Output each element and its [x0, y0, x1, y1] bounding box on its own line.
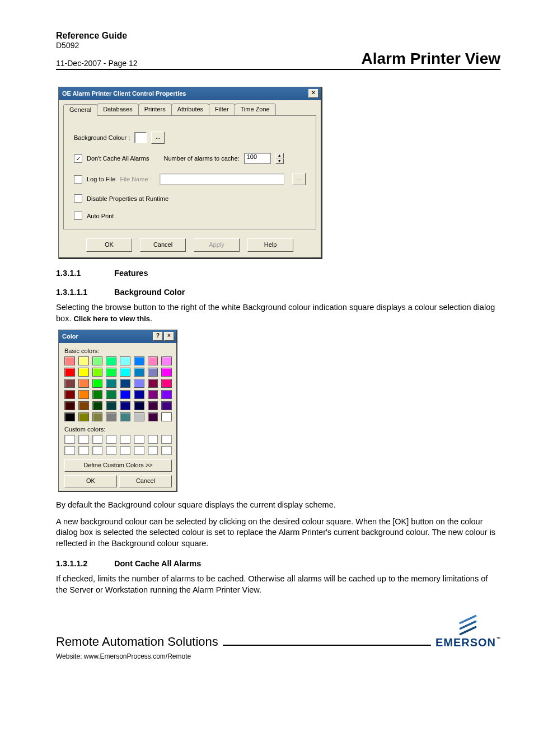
color-swatch[interactable]: [64, 412, 75, 421]
color-swatch[interactable]: [64, 390, 75, 399]
disable-props-checkbox[interactable]: [74, 194, 82, 203]
color-swatch[interactable]: [106, 379, 116, 388]
color-swatch[interactable]: [120, 412, 130, 421]
color-swatch[interactable]: [134, 379, 144, 388]
color-swatch[interactable]: [92, 356, 103, 365]
color-ok-button[interactable]: OK: [64, 475, 117, 487]
custom-color-swatch[interactable]: [134, 435, 144, 444]
color-swatch[interactable]: [161, 379, 172, 388]
color-swatch[interactable]: [148, 356, 158, 365]
emerson-logo: EMERSON™: [435, 618, 500, 649]
custom-color-swatch[interactable]: [92, 435, 103, 444]
tab-databases[interactable]: Databases: [97, 104, 139, 115]
num-alarms-input[interactable]: 100: [244, 153, 271, 164]
click-here-link[interactable]: Click here to view this: [73, 314, 150, 323]
color-swatch[interactable]: [134, 401, 144, 410]
color-swatch[interactable]: [120, 356, 130, 365]
color-swatch[interactable]: [161, 401, 172, 410]
dont-cache-checkbox[interactable]: ✓: [74, 154, 82, 163]
custom-color-swatch[interactable]: [148, 446, 158, 455]
color-swatch[interactable]: [92, 412, 103, 421]
color-swatch[interactable]: [148, 379, 158, 388]
color-swatch[interactable]: [64, 356, 75, 365]
ok-button[interactable]: OK: [86, 238, 132, 252]
custom-color-swatch[interactable]: [148, 435, 158, 444]
color-cancel-button[interactable]: Cancel: [119, 475, 172, 487]
color-swatch[interactable]: [92, 379, 103, 388]
dialog-titlebar[interactable]: OE Alarm Printer Client Control Properti…: [59, 87, 321, 100]
color-swatch[interactable]: [148, 412, 158, 421]
color-swatch[interactable]: [120, 390, 130, 399]
color-swatch[interactable]: [161, 368, 172, 377]
color-swatch[interactable]: [148, 390, 158, 399]
num-alarms-spinner[interactable]: ▲▼: [275, 153, 284, 164]
color-swatch[interactable]: [106, 390, 116, 399]
spin-up-icon[interactable]: ▲: [275, 153, 284, 158]
help-button[interactable]: Help: [247, 238, 293, 252]
bg-colour-label: Background Colour :: [74, 134, 130, 141]
help-icon[interactable]: ?: [153, 332, 163, 341]
apply-button[interactable]: Apply: [194, 238, 240, 252]
color-swatch[interactable]: [78, 412, 89, 421]
footer-website: Website: www.EmersonProcess.com/Remote: [56, 652, 500, 660]
color-swatch[interactable]: [78, 368, 89, 377]
tab-general[interactable]: General: [63, 104, 97, 116]
custom-color-swatch[interactable]: [120, 446, 130, 455]
color-swatch[interactable]: [106, 368, 116, 377]
color-swatch[interactable]: [134, 412, 144, 421]
color-swatch[interactable]: [134, 390, 144, 399]
custom-color-swatch[interactable]: [106, 435, 116, 444]
custom-color-swatch[interactable]: [161, 446, 172, 455]
color-swatch[interactable]: [78, 401, 89, 410]
color-swatch[interactable]: [106, 356, 116, 365]
color-swatch[interactable]: [148, 401, 158, 410]
custom-color-swatch[interactable]: [134, 446, 144, 455]
custom-color-swatch[interactable]: [78, 446, 89, 455]
ref-guide-label: Reference Guide: [56, 31, 500, 41]
color-swatch[interactable]: [134, 356, 144, 365]
color-swatch[interactable]: [120, 368, 130, 377]
color-dialog-title: Color: [62, 333, 78, 340]
color-swatch[interactable]: [64, 368, 75, 377]
color-swatch[interactable]: [78, 390, 89, 399]
color-swatch[interactable]: [92, 401, 103, 410]
define-custom-colors-button[interactable]: Define Custom Colors >>: [64, 459, 172, 472]
tab-filter[interactable]: Filter: [209, 104, 235, 115]
color-swatch[interactable]: [106, 401, 116, 410]
custom-color-swatch[interactable]: [92, 446, 103, 455]
log-to-file-checkbox[interactable]: [74, 175, 82, 184]
custom-color-swatch[interactable]: [161, 435, 172, 444]
color-swatch[interactable]: [161, 356, 172, 365]
color-swatch[interactable]: [64, 379, 75, 388]
color-swatch[interactable]: [78, 379, 89, 388]
file-name-input[interactable]: [160, 173, 284, 185]
color-swatch[interactable]: [106, 412, 116, 421]
auto-print-checkbox[interactable]: [74, 212, 82, 220]
file-browse-button[interactable]: ...: [292, 173, 306, 185]
basic-colors-label: Basic colors:: [64, 348, 172, 354]
bg-colour-browse-button[interactable]: ...: [151, 132, 165, 144]
custom-color-swatch[interactable]: [64, 435, 75, 444]
color-swatch[interactable]: [120, 401, 130, 410]
custom-color-swatch[interactable]: [64, 446, 75, 455]
color-swatch[interactable]: [134, 368, 144, 377]
color-dialog-titlebar[interactable]: Color ? ×: [59, 330, 176, 343]
close-icon[interactable]: ×: [164, 332, 174, 341]
color-swatch[interactable]: [92, 368, 103, 377]
tab-attributes[interactable]: Attributes: [171, 104, 209, 115]
cancel-button[interactable]: Cancel: [140, 238, 186, 252]
color-swatch[interactable]: [92, 390, 103, 399]
tab-printers[interactable]: Printers: [138, 104, 172, 115]
color-swatch[interactable]: [161, 390, 172, 399]
color-swatch[interactable]: [78, 356, 89, 365]
color-swatch[interactable]: [161, 412, 172, 421]
custom-color-swatch[interactable]: [120, 435, 130, 444]
color-swatch[interactable]: [148, 368, 158, 377]
tab-timezone[interactable]: Time Zone: [235, 104, 276, 115]
color-swatch[interactable]: [64, 401, 75, 410]
close-icon[interactable]: ×: [308, 89, 318, 98]
color-swatch[interactable]: [120, 379, 130, 388]
spin-down-icon[interactable]: ▼: [275, 158, 284, 164]
custom-color-swatch[interactable]: [78, 435, 89, 444]
custom-color-swatch[interactable]: [106, 446, 116, 455]
